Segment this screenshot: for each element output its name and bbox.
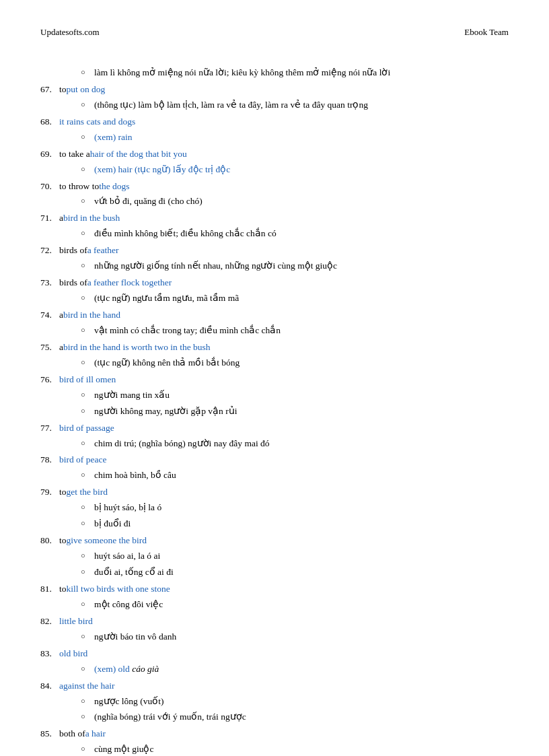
bullet-list: bị huýt sáo, bị la óbị đuổi đi [81, 500, 509, 532]
entry-10: 76.bird of ill omenngười mang tin xấungư… [40, 372, 509, 419]
bullet-blue-text: (xem) hair (tục ngữ) lấy độc trị độc [94, 164, 230, 174]
entry-15: 81.to kill two birds with one stonemột c… [40, 582, 509, 613]
entry-link: against the hair [59, 679, 114, 694]
entry-prefix: both of [59, 726, 85, 742]
bullet-list: chim hoà bình, bồ câu [81, 468, 509, 483]
entry-line: 85.both of a hair [40, 726, 509, 742]
entry-link: a feather [87, 243, 119, 259]
entry-18: 84.against the hairngược lông (vuốt)(ngh… [40, 679, 509, 726]
bullet-item: (nghĩa bóng) trái với ý muốn, trái ngược [81, 710, 509, 725]
entry-link: give someone the bird [67, 533, 147, 549]
bullet-item: vật mình có chắc trong tay; điều mình ch… [81, 323, 509, 339]
entry-num: 70. [40, 179, 59, 195]
header-right: Ebook Team [464, 27, 509, 38]
entry-prefix: to take a [59, 147, 90, 162]
entry-8: 74.a bird in the handvật mình có chắc tr… [40, 308, 509, 339]
entry-num: 80. [40, 533, 59, 549]
entry-num: 84. [40, 679, 59, 694]
entry-13: 79.to get the birdbị huýt sáo, bị la óbị… [40, 485, 509, 532]
bullet-item: những người giống tính nết nhau, những n… [81, 259, 509, 274]
entry-prefix: to [59, 582, 67, 597]
entry-num: 73. [40, 275, 59, 291]
bullet-list: (xem) old cáo già [81, 662, 509, 677]
entry-link: get the bird [67, 485, 108, 500]
entry-prefix: to [59, 533, 67, 549]
bullet-item: người không may, người gặp vận rủi [81, 404, 509, 419]
bullet-blue-text: (xem) rain [94, 132, 133, 142]
bullet-blue-text: (xem) old [94, 664, 132, 674]
entry-line: 81.to kill two birds with one stone [40, 582, 509, 597]
bullet-item: bị huýt sáo, bị la ó [81, 500, 509, 516]
entry-line: 77.bird of passage [40, 421, 509, 436]
entry-14: 80.to give someone the birdhuýt sáo ai, … [40, 533, 509, 580]
entry-2: 68.it rains cats and dogs(xem) rain [40, 114, 509, 145]
entry-num: 81. [40, 582, 59, 597]
bullet-list: một công đôi việc [81, 597, 509, 613]
entry-7: 73.birds of a feather flock together(tục… [40, 275, 509, 306]
entry-9: 75.a bird in the hand is worth two in th… [40, 340, 509, 371]
entry-line: 82.little bird [40, 614, 509, 629]
bullet-item: cùng một giuộc [81, 742, 509, 756]
entry-link: kill two birds with one stone [67, 582, 170, 597]
entry-line: 76.bird of ill omen [40, 372, 509, 388]
content: làm lì không mở miệng nói nữa lời; kiêu … [40, 50, 509, 756]
bullet-item: huýt sáo ai, la ó ai [81, 549, 509, 564]
bullet-list: làm lì không mở miệng nói nữa lời; kiêu … [81, 65, 509, 81]
bullet-list: (tục ngữ) ngưu tầm ngưu, mã tầm mã [81, 291, 509, 306]
entry-17: 83.old bird(xem) old cáo già [40, 646, 509, 677]
bullet-item: chim hoà bình, bồ câu [81, 468, 509, 483]
entry-line: 70.to throw to the dogs [40, 179, 509, 195]
entry-11: 77.bird of passagechim di trú; (nghĩa bó… [40, 421, 509, 452]
entry-link: a hair [85, 726, 106, 742]
entry-line: 74.a bird in the hand [40, 308, 509, 323]
entry-4: 70.to throw to the dogsvứt bỏ đi, quăng … [40, 179, 509, 210]
entry-num: 79. [40, 485, 59, 500]
entry-line: 72.birds of a feather [40, 243, 509, 259]
entry-line: 78.bird of peace [40, 452, 509, 468]
bullet-list: ngược lông (vuốt)(nghĩa bóng) trái với ý… [81, 694, 509, 726]
bullet-list: (tục ngữ) không nên thả mồi bắt bóng [81, 355, 509, 371]
header: Updatesofts.com Ebook Team [40, 27, 509, 38]
entry-link: bird in the bush [63, 211, 120, 226]
entry-num: 83. [40, 646, 59, 662]
bullet-list: người mang tin xấungười không may, người… [81, 388, 509, 419]
entry-num-empty [40, 50, 59, 65]
bullet-list: điều mình không biết; điều không chắc ch… [81, 226, 509, 242]
entry-prefix: to [59, 82, 67, 98]
entry-link: old bird [59, 646, 87, 662]
entry-link: bird in the hand is worth two in the bus… [63, 340, 211, 355]
entry-link: bird of peace [59, 452, 106, 468]
bullet-item: vứt bỏ đi, quăng đi (cho chó) [81, 194, 509, 209]
entry-num: 85. [40, 726, 59, 742]
header-left: Updatesofts.com [40, 27, 100, 38]
entry-0: làm lì không mở miệng nói nữa lời; kiêu … [40, 50, 509, 81]
page: Updatesofts.com Ebook Team làm lì không … [0, 0, 549, 756]
bullet-item: bị đuổi đi [81, 516, 509, 532]
entry-line: 68.it rains cats and dogs [40, 114, 509, 130]
bullet-list: (xem) hair (tục ngữ) lấy độc trị độc [81, 162, 509, 178]
entry-link: bird of passage [59, 421, 114, 436]
bullet-item: (xem) old cáo già [81, 662, 509, 677]
entry-num: 76. [40, 372, 59, 388]
bullet-item: một công đôi việc [81, 597, 509, 613]
entry-num: 77. [40, 421, 59, 436]
entry-1: 67.to put on dog(thông tục) làm bộ làm t… [40, 82, 509, 113]
entry-6: 72.birds of a feathernhững người giống t… [40, 243, 509, 274]
bullet-list: vật mình có chắc trong tay; điều mình ch… [81, 323, 509, 339]
entry-link: a feather flock together [87, 275, 172, 291]
entry-num: 67. [40, 82, 59, 98]
bullet-item: (xem) hair (tục ngữ) lấy độc trị độc [81, 162, 509, 178]
entry-link: hair of the dog that bit you [90, 147, 187, 162]
entry-line: 83.old bird [40, 646, 509, 662]
bullet-list: (thông tục) làm bộ làm tịch, làm ra vẻ t… [81, 98, 509, 113]
entry-3: 69.to take a hair of the dog that bit yo… [40, 147, 509, 178]
bullet-list: những người giống tính nết nhau, những n… [81, 259, 509, 274]
bullet-item: (thông tục) làm bộ làm tịch, làm ra vẻ t… [81, 98, 509, 113]
entry-line: 67.to put on dog [40, 82, 509, 98]
bullet-item: (tục ngữ) ngưu tầm ngưu, mã tầm mã [81, 291, 509, 306]
entry-line: 71.a bird in the bush [40, 211, 509, 226]
entry-link: bird in the hand [63, 308, 120, 323]
entry-link: the dogs [99, 179, 129, 195]
bullet-list: huýt sáo ai, la ó aiđuổi ai, tống cổ ai … [81, 549, 509, 580]
entry-16: 82.little birdngười báo tin vô danh [40, 614, 509, 645]
